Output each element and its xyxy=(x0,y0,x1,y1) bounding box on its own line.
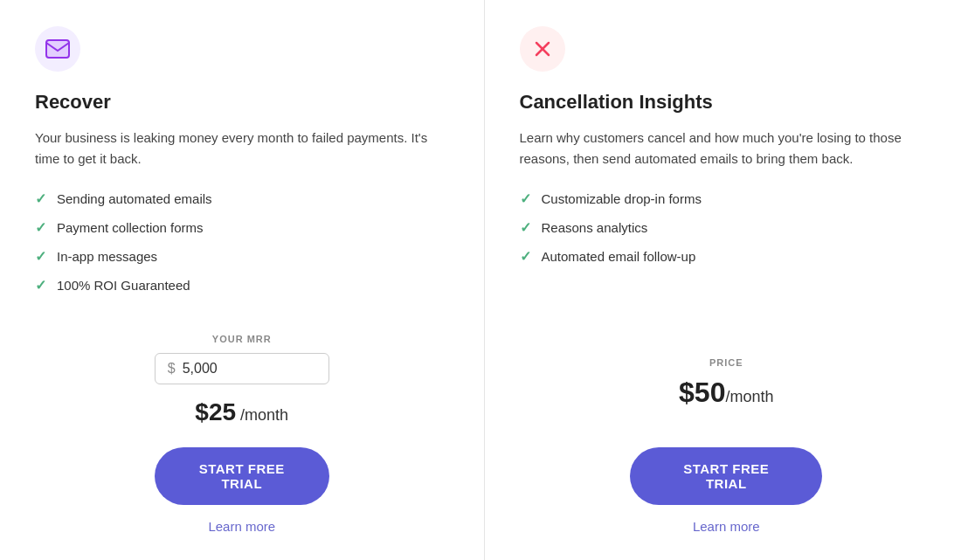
check-icon: ✓ xyxy=(35,219,46,236)
feature-label: In-app messages xyxy=(57,249,157,264)
mrr-label: YOUR MRR xyxy=(212,334,272,344)
price-amount: $25 xyxy=(195,398,236,425)
cancellation-description: Learn why customers cancel and how much … xyxy=(520,128,934,169)
price-section: PRICE $50/month xyxy=(520,357,934,409)
list-item: ✓ In-app messages xyxy=(35,248,449,265)
price-suffix: /month xyxy=(725,388,773,405)
list-item: ✓ Payment collection forms xyxy=(35,219,449,236)
mrr-section: YOUR MRR $ $25 /month xyxy=(35,334,449,426)
price-label: PRICE xyxy=(709,357,743,368)
feature-label: Customizable drop-in forms xyxy=(542,191,702,206)
recover-icon-circle xyxy=(35,26,80,72)
check-icon: ✓ xyxy=(35,277,46,294)
recover-learn-more-link[interactable]: Learn more xyxy=(208,519,275,534)
cancellation-learn-more-link[interactable]: Learn more xyxy=(693,519,760,534)
check-icon: ✓ xyxy=(35,248,46,265)
list-item: ✓ Customizable drop-in forms xyxy=(520,190,934,207)
cancellation-panel: Cancellation Insights Learn why customer… xyxy=(485,0,969,560)
price-amount-display: $50/month xyxy=(679,377,773,409)
cancellation-cta-section: START FREE TRIAL Learn more xyxy=(520,447,934,534)
mrr-input[interactable] xyxy=(183,361,316,377)
price-display: $25 /month xyxy=(195,398,288,426)
cancellation-title: Cancellation Insights xyxy=(520,91,934,114)
price-suffix: /month xyxy=(240,406,288,424)
svg-rect-0 xyxy=(46,40,69,58)
recover-feature-list: ✓ Sending automated emails ✓ Payment col… xyxy=(35,190,449,306)
mrr-input-wrap: $ xyxy=(155,353,329,384)
recover-panel: Recover Your business is leaking money e… xyxy=(0,0,485,560)
recover-trial-button[interactable]: START FREE TRIAL xyxy=(155,447,329,505)
recover-title: Recover xyxy=(35,91,449,114)
recover-description: Your business is leaking money every mon… xyxy=(35,128,449,169)
x-icon xyxy=(532,38,553,59)
mrr-dollar-sign: $ xyxy=(168,361,176,377)
feature-label: Automated email follow-up xyxy=(542,249,696,264)
feature-label: Reasons analytics xyxy=(542,220,648,235)
cancellation-icon-circle xyxy=(520,26,565,72)
check-icon: ✓ xyxy=(520,219,531,236)
list-item: ✓ Automated email follow-up xyxy=(520,248,934,265)
feature-label: Payment collection forms xyxy=(57,220,204,235)
price-value: $50 xyxy=(679,377,725,408)
list-item: ✓ Reasons analytics xyxy=(520,219,934,236)
recover-cta-section: START FREE TRIAL Learn more xyxy=(35,447,449,534)
list-item: ✓ 100% ROI Guaranteed xyxy=(35,277,449,294)
list-item: ✓ Sending automated emails xyxy=(35,190,449,207)
feature-label: 100% ROI Guaranteed xyxy=(57,278,190,293)
check-icon: ✓ xyxy=(520,248,531,265)
check-icon: ✓ xyxy=(520,190,531,207)
check-icon: ✓ xyxy=(35,190,46,207)
cancellation-feature-list: ✓ Customizable drop-in forms ✓ Reasons a… xyxy=(520,190,934,277)
cancellation-trial-button[interactable]: START FREE TRIAL xyxy=(630,447,822,505)
feature-label: Sending automated emails xyxy=(57,191,212,206)
mail-icon xyxy=(45,39,70,59)
